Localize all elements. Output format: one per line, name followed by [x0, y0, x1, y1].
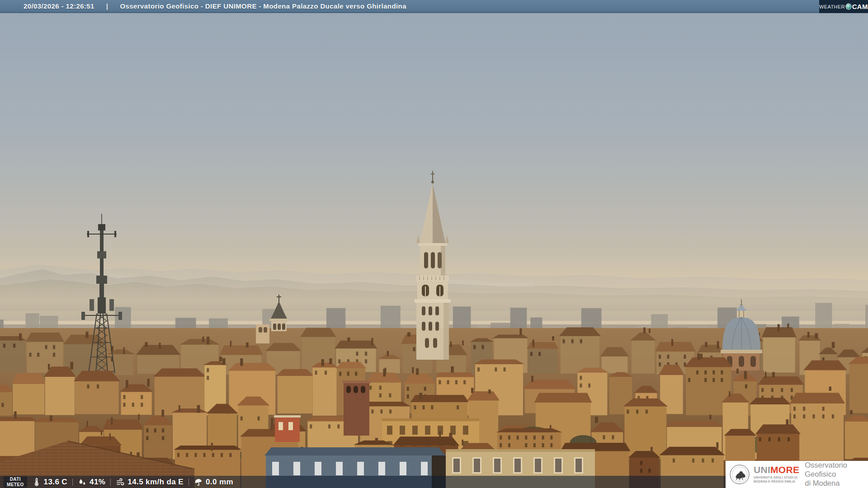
page-title: Osservatorio Geofisico - DIEF UNIMORE - …: [120, 2, 406, 10]
weathercam-word: Weather: [819, 4, 845, 9]
unimore-uni: UNI: [754, 465, 770, 475]
rain-value: 0.0 mm: [206, 478, 233, 487]
bar-separator: [110, 479, 111, 486]
thermometer-icon: [32, 478, 41, 487]
humidity-value: 41%: [90, 478, 105, 487]
dati-meteo-label: DATI METEO: [4, 476, 27, 487]
webcam-page: 20/03/2026 - 12:26:51 | Osservatorio Geo…: [0, 0, 868, 488]
wind-icon: [116, 478, 125, 487]
temperature-group: 13.6 C: [32, 478, 68, 487]
wind-group: 14.5 km/h da E: [116, 478, 184, 487]
umbrella-icon: [194, 478, 203, 487]
weathercam-cam: CAM: [852, 3, 868, 10]
webcam-image: [0, 12, 868, 488]
bar-separator: [189, 479, 189, 486]
humidity-icon: [78, 478, 87, 487]
unimore-wordmark: UNIMORE UNIVERSITÀ DEGLI STUDI DI MODENA…: [754, 465, 799, 483]
header-separator: |: [106, 2, 108, 10]
unimore-credit-box: UNIMORE UNIVERSITÀ DEGLI STUDI DI MODENA…: [726, 461, 868, 488]
rain-group: 0.0 mm: [194, 478, 233, 487]
datetime-text: 20/03/2026 - 12:26:51: [24, 2, 94, 10]
globe-icon: [846, 4, 851, 9]
header-bar: 20/03/2026 - 12:26:51 | Osservatorio Geo…: [0, 0, 868, 13]
university-name: UNIVERSITÀ DEGLI STUDI DI MODENA E REGGI…: [754, 476, 799, 483]
bar-separator: [72, 479, 73, 486]
unimore-seal-icon: [729, 464, 750, 485]
wind-value: 14.5 km/h da E: [127, 478, 184, 487]
unimore-more: MORE: [770, 465, 799, 475]
weathercam-logo: Weather CAM: [819, 0, 868, 13]
observatory-name: Osservatorio Geofisico di Modena: [805, 461, 864, 488]
temperature-value: 13.6 C: [44, 478, 68, 487]
humidity-group: 41%: [78, 478, 105, 487]
